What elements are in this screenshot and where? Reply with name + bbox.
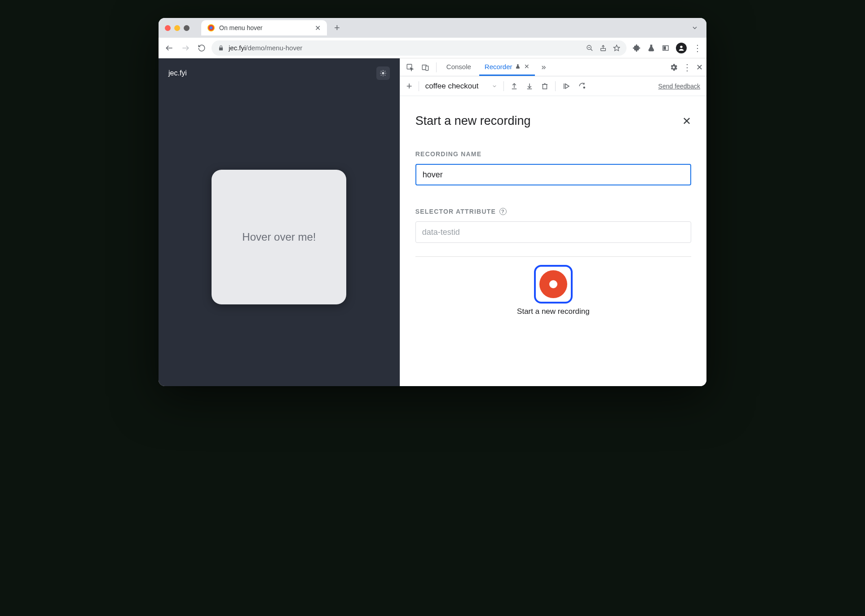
recorder-toolbar: + coffee checkout Send fee	[400, 76, 706, 96]
svg-marker-28	[565, 84, 569, 88]
beaker-icon	[515, 64, 521, 69]
svg-line-15	[381, 71, 381, 71]
url-host: jec.fyi	[229, 44, 246, 52]
new-tab-button[interactable]: +	[331, 22, 343, 34]
lock-icon	[218, 45, 224, 51]
recording-select-value: coffee checkout	[425, 82, 479, 91]
tab-console[interactable]: Console	[441, 58, 477, 76]
share-icon[interactable]	[600, 44, 607, 52]
recording-name-label: RECORDING NAME	[415, 150, 691, 158]
devtools-panel: Console Recorder ✕ » ⋮ ✕ +	[400, 58, 706, 386]
recorder-body: Start a new recording ✕ RECORDING NAME S…	[400, 96, 706, 386]
svg-line-17	[381, 75, 381, 75]
window-controls	[165, 25, 190, 31]
inspect-element-icon[interactable]	[404, 61, 416, 74]
reload-button[interactable]	[195, 42, 208, 54]
devtools-tabbar: Console Recorder ✕ » ⋮ ✕	[400, 58, 706, 76]
chevron-down-icon	[492, 84, 497, 89]
window-minimize-button[interactable]	[174, 25, 180, 31]
svg-rect-24	[543, 84, 547, 89]
window-close-button[interactable]	[165, 25, 171, 31]
svg-marker-6	[613, 45, 619, 51]
tabs-menu-button[interactable]	[688, 24, 702, 31]
hover-card[interactable]: Hover over me!	[212, 170, 346, 304]
svg-line-3	[591, 49, 592, 51]
omnibox-actions	[586, 44, 620, 52]
replay-settings-icon[interactable]	[578, 82, 587, 90]
export-icon[interactable]	[510, 82, 518, 90]
delete-icon[interactable]	[541, 82, 549, 90]
new-recording-button[interactable]: +	[406, 80, 412, 92]
start-recording-button[interactable]	[534, 265, 573, 304]
forward-button[interactable]	[179, 42, 192, 54]
device-toolbar-icon[interactable]	[419, 61, 432, 74]
more-tabs-icon[interactable]: »	[538, 61, 550, 74]
recording-select[interactable]: coffee checkout	[425, 82, 498, 91]
replay-icon[interactable]	[562, 82, 571, 90]
window-maximize-button[interactable]	[184, 25, 190, 31]
tab-recorder-label: Recorder	[485, 63, 512, 70]
selector-attribute-input[interactable]	[415, 221, 691, 243]
record-icon	[539, 270, 567, 298]
send-feedback-link[interactable]: Send feedback	[658, 83, 700, 90]
help-icon[interactable]: ?	[499, 208, 507, 215]
devtools-settings-icon[interactable]	[669, 63, 678, 72]
tab-close-button[interactable]: ✕	[315, 24, 321, 32]
tab-strip: On menu hover ✕ +	[159, 18, 706, 38]
url-text: jec.fyi/demo/menu-hover	[229, 44, 302, 52]
url-path: /demo/menu-hover	[246, 44, 302, 52]
tab-recorder[interactable]: Recorder ✕	[479, 58, 535, 76]
recording-name-input[interactable]	[415, 164, 691, 185]
devtools-menu-icon[interactable]: ⋮	[683, 62, 692, 73]
selector-attribute-label: SELECTOR ATTRIBUTE	[415, 208, 496, 215]
site-name[interactable]: jec.fyi	[168, 69, 187, 77]
labs-icon[interactable]	[647, 44, 655, 52]
start-recording-label: Start a new recording	[517, 307, 590, 316]
recording-name-group: RECORDING NAME	[415, 150, 691, 185]
tab-title: On menu hover	[219, 24, 310, 31]
browser-toolbar: jec.fyi/demo/menu-hover ⋮	[159, 38, 706, 58]
address-bar[interactable]: jec.fyi/demo/menu-hover	[212, 40, 627, 56]
browser-window: On menu hover ✕ + jec.fyi/demo/menu-hove…	[159, 18, 706, 386]
reading-list-icon[interactable]	[662, 44, 670, 52]
selector-attribute-group: SELECTOR ATTRIBUTE ?	[415, 208, 691, 243]
profile-avatar[interactable]	[676, 43, 687, 53]
svg-point-29	[584, 87, 585, 88]
page-body: Hover over me!	[159, 88, 400, 386]
browser-tab[interactable]: On menu hover ✕	[201, 20, 327, 35]
tab-console-label: Console	[446, 63, 471, 70]
toolbar-actions: ⋮	[633, 43, 702, 53]
page-header: jec.fyi	[159, 58, 400, 88]
panel-close-button[interactable]: ✕	[682, 115, 691, 128]
panel-title: Start a new recording	[415, 114, 531, 128]
tab-recorder-close[interactable]: ✕	[524, 63, 530, 70]
recorder-footer: Start a new recording	[415, 256, 691, 328]
browser-menu-icon[interactable]: ⋮	[693, 43, 702, 53]
extensions-icon[interactable]	[633, 44, 641, 52]
back-button[interactable]	[163, 42, 176, 54]
svg-rect-21	[426, 66, 428, 70]
svg-line-18	[384, 71, 385, 71]
svg-point-10	[382, 72, 384, 74]
svg-line-16	[384, 75, 385, 75]
svg-point-9	[680, 45, 682, 48]
favicon-icon	[207, 24, 215, 31]
content-area: jec.fyi Hover over me!	[159, 58, 706, 386]
zoom-out-icon[interactable]	[586, 44, 593, 52]
bookmark-star-icon[interactable]	[613, 44, 620, 52]
svg-rect-8	[664, 47, 666, 49]
theme-toggle-button[interactable]	[376, 66, 390, 80]
hover-card-text: Hover over me!	[242, 231, 316, 243]
page-viewport: jec.fyi Hover over me!	[159, 58, 400, 386]
import-icon[interactable]	[525, 82, 534, 90]
devtools-close-icon[interactable]: ✕	[696, 62, 703, 72]
